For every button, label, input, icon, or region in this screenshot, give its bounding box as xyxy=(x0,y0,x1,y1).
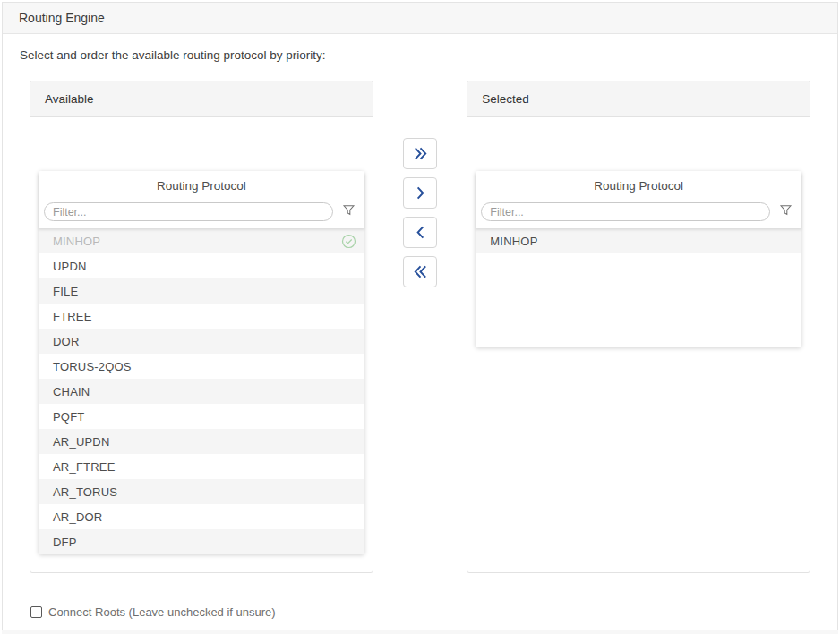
list-item-label: FILE xyxy=(53,285,78,298)
list-item-label: FTREE xyxy=(53,310,92,323)
move-all-right-button[interactable] xyxy=(403,138,437,169)
list-item-label: MINHOP xyxy=(490,235,537,248)
available-column-header: Routing Protocol xyxy=(39,171,364,201)
available-panel-header: Available xyxy=(30,81,373,117)
list-item-label: AR_DOR xyxy=(53,510,102,524)
list-item-updn[interactable]: UPDN xyxy=(39,253,364,278)
available-rows: MINHOPUPDNFILEFTREEDORTORUS-2QOSCHAINPQF… xyxy=(39,228,364,554)
list-item-torus-2qos[interactable]: TORUS-2QOS xyxy=(39,354,364,379)
move-right-button[interactable] xyxy=(403,177,437,209)
transfer-buttons-column xyxy=(373,81,467,573)
list-item-label: UPDN xyxy=(53,260,87,273)
available-filter-row xyxy=(39,201,364,228)
selected-table-head: Routing Protocol xyxy=(476,171,801,228)
list-item-chain[interactable]: CHAIN xyxy=(39,379,364,404)
selected-panel-header: Selected xyxy=(467,81,810,117)
connect-roots-checkbox[interactable] xyxy=(30,606,42,618)
available-panel: Available Routing Protocol MINHOP xyxy=(30,81,373,573)
list-item-label: MINHOP xyxy=(53,235,100,248)
available-table-head: Routing Protocol xyxy=(39,171,364,228)
list-item-label: TORUS-2QOS xyxy=(53,360,132,373)
list-item-dor[interactable]: DOR xyxy=(39,329,364,354)
chevron-left-icon xyxy=(411,223,430,242)
move-left-button[interactable] xyxy=(403,217,437,248)
selected-panel: Selected Routing Protocol MINHOP xyxy=(467,81,810,573)
available-filter-input[interactable] xyxy=(44,202,333,221)
selected-panel-title: Selected xyxy=(482,92,529,106)
list-item-minhop: MINHOP xyxy=(39,228,364,253)
list-item-label: AR_FTREE xyxy=(53,460,116,474)
available-table: Routing Protocol MINHOPUPDNFILEFTREEDORT… xyxy=(39,171,364,554)
list-item-label: AR_UPDN xyxy=(53,435,110,449)
list-item-ar_updn[interactable]: AR_UPDN xyxy=(39,429,364,454)
routing-engine-section: Routing Engine Select and order the avai… xyxy=(2,2,838,634)
selected-column-header: Routing Protocol xyxy=(476,171,801,201)
list-item-ar_torus[interactable]: AR_TORUS xyxy=(39,479,364,504)
list-item-ftree[interactable]: FTREE xyxy=(39,304,364,329)
selected-table: Routing Protocol MINHOP xyxy=(476,171,801,347)
list-item-ar_ftree[interactable]: AR_FTREE xyxy=(39,454,364,479)
connect-roots-row: Connect Roots (Leave unchecked if unsure… xyxy=(30,605,837,619)
list-item-label: DOR xyxy=(53,335,80,348)
list-item-label: DFP xyxy=(53,535,77,549)
available-panel-title: Available xyxy=(45,92,94,106)
move-all-left-button[interactable] xyxy=(403,256,437,287)
list-item-dfp[interactable]: DFP xyxy=(39,529,364,554)
chevron-double-left-icon xyxy=(411,262,430,281)
list-item-label: CHAIN xyxy=(53,385,90,398)
already-selected-check-icon xyxy=(341,234,356,249)
connect-roots-label: Connect Roots (Leave unchecked if unsure… xyxy=(48,605,276,619)
filter-funnel-icon[interactable] xyxy=(779,203,793,220)
list-item-ar_dor[interactable]: AR_DOR xyxy=(39,504,364,529)
section-header[interactable]: Routing Engine xyxy=(3,3,837,34)
filter-funnel-icon[interactable] xyxy=(342,203,356,220)
selected-filter-row xyxy=(476,201,801,228)
list-item-label: PQFT xyxy=(53,410,84,424)
selected-filter-input[interactable] xyxy=(481,202,770,221)
section-title: Routing Engine xyxy=(19,11,105,25)
list-item-minhop[interactable]: MINHOP xyxy=(476,228,801,253)
list-item-file[interactable]: FILE xyxy=(39,278,364,304)
chevron-double-right-icon xyxy=(411,144,430,163)
next-section-divider xyxy=(2,630,838,634)
instruction-text: Select and order the available routing p… xyxy=(20,48,837,62)
list-item-label: AR_TORUS xyxy=(53,485,117,499)
dual-list-transfer: Available Routing Protocol MINHOP xyxy=(30,81,810,573)
list-item-pqft[interactable]: PQFT xyxy=(39,404,364,429)
selected-rows: MINHOP xyxy=(476,228,801,347)
chevron-right-icon xyxy=(411,184,430,202)
